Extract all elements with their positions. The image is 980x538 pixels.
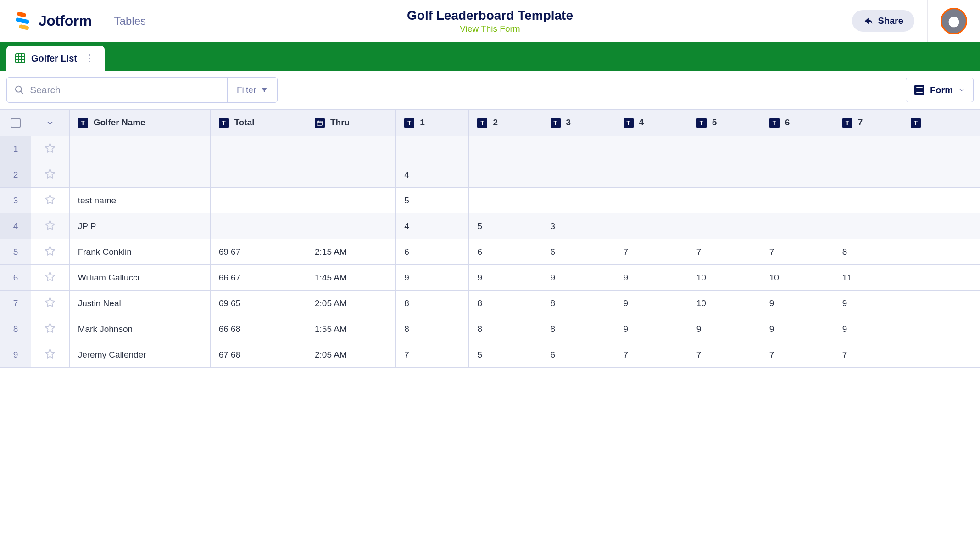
- cell-thru[interactable]: 2:05 AM: [306, 342, 395, 368]
- cell-hole-7[interactable]: 7: [834, 342, 907, 368]
- section-label[interactable]: Tables: [114, 15, 146, 28]
- cell-hole-5[interactable]: 7: [688, 239, 761, 265]
- header-hole-4[interactable]: T4: [615, 110, 688, 136]
- cell-hole-3[interactable]: 8: [542, 316, 615, 342]
- cell-hole-1[interactable]: 8: [396, 316, 469, 342]
- cell-hole-1[interactable]: 6: [396, 239, 469, 265]
- cell-hole-1[interactable]: 4: [396, 213, 469, 239]
- cell-total[interactable]: [210, 188, 306, 213]
- data-table-wrap[interactable]: TGolfer Name TTotal Thru T1 T2 T3 T4 T5 …: [0, 109, 980, 368]
- cell-hole-6[interactable]: 7: [761, 342, 834, 368]
- cell-hole-4[interactable]: 9: [615, 291, 688, 316]
- cell-hole-7[interactable]: [834, 213, 907, 239]
- cell-hole-4[interactable]: [615, 162, 688, 188]
- cell-total[interactable]: 66 68: [210, 316, 306, 342]
- cell-hole-3[interactable]: [542, 136, 615, 162]
- cell-total[interactable]: [210, 213, 306, 239]
- filter-button[interactable]: Filter: [227, 78, 277, 102]
- cell-hole-next[interactable]: [907, 213, 980, 239]
- cell-hole-4[interactable]: 7: [615, 239, 688, 265]
- cell-hole-7[interactable]: [834, 188, 907, 213]
- cell-hole-4[interactable]: [615, 136, 688, 162]
- header-thru[interactable]: Thru: [306, 110, 395, 136]
- table-row[interactable]: 4JP P453: [0, 213, 980, 239]
- star-icon[interactable]: [45, 142, 56, 153]
- table-row[interactable]: 1: [0, 136, 980, 162]
- star-icon[interactable]: [45, 168, 56, 179]
- cell-hole-next[interactable]: [907, 265, 980, 291]
- cell-hole-next[interactable]: [907, 316, 980, 342]
- star-icon[interactable]: [45, 245, 56, 256]
- cell-hole-2[interactable]: 9: [469, 265, 542, 291]
- cell-hole-7[interactable]: 11: [834, 265, 907, 291]
- star-icon[interactable]: [45, 348, 56, 359]
- cell-hole-1[interactable]: 4: [396, 162, 469, 188]
- search-input[interactable]: [30, 84, 220, 95]
- cell-hole-1[interactable]: [396, 136, 469, 162]
- cell-golfer-name[interactable]: JP P: [69, 213, 210, 239]
- cell-thru[interactable]: 2:15 AM: [306, 239, 395, 265]
- star-icon[interactable]: [45, 194, 56, 205]
- cell-golfer-name[interactable]: test name: [69, 188, 210, 213]
- header-hole-5[interactable]: T5: [688, 110, 761, 136]
- search-box[interactable]: [7, 78, 227, 102]
- cell-hole-2[interactable]: 5: [469, 342, 542, 368]
- table-row[interactable]: 7Justin Neal69 652:05 AM88891099: [0, 291, 980, 316]
- cell-golfer-name[interactable]: William Gallucci: [69, 265, 210, 291]
- star-icon[interactable]: [45, 322, 56, 333]
- cell-hole-6[interactable]: [761, 188, 834, 213]
- header-hole-1[interactable]: T1: [396, 110, 469, 136]
- cell-hole-7[interactable]: 9: [834, 291, 907, 316]
- cell-hole-5[interactable]: 9: [688, 316, 761, 342]
- cell-thru[interactable]: 1:45 AM: [306, 265, 395, 291]
- table-row[interactable]: 24: [0, 162, 980, 188]
- cell-hole-6[interactable]: [761, 213, 834, 239]
- header-hole-6[interactable]: T6: [761, 110, 834, 136]
- cell-hole-2[interactable]: 8: [469, 291, 542, 316]
- cell-hole-5[interactable]: [688, 213, 761, 239]
- cell-total[interactable]: 66 67: [210, 265, 306, 291]
- cell-hole-6[interactable]: 10: [761, 265, 834, 291]
- cell-hole-next[interactable]: [907, 188, 980, 213]
- share-button[interactable]: Share: [852, 10, 914, 32]
- select-all-checkbox[interactable]: [11, 118, 21, 128]
- chevron-down-icon[interactable]: [46, 119, 54, 127]
- cell-thru[interactable]: [306, 162, 395, 188]
- form-view-button[interactable]: Form: [906, 78, 974, 102]
- table-row[interactable]: 5Frank Conklin69 672:15 AM6667778: [0, 239, 980, 265]
- cell-hole-1[interactable]: 5: [396, 188, 469, 213]
- cell-hole-6[interactable]: 9: [761, 291, 834, 316]
- cell-golfer-name[interactable]: [69, 136, 210, 162]
- cell-hole-2[interactable]: 6: [469, 239, 542, 265]
- cell-golfer-name[interactable]: Mark Johnson: [69, 316, 210, 342]
- header-hole-2[interactable]: T2: [469, 110, 542, 136]
- cell-hole-1[interactable]: 9: [396, 265, 469, 291]
- table-row[interactable]: 8Mark Johnson66 681:55 AM8889999: [0, 316, 980, 342]
- brand-logo[interactable]: Jotform: [13, 11, 92, 31]
- cell-hole-5[interactable]: [688, 162, 761, 188]
- cell-hole-1[interactable]: 8: [396, 291, 469, 316]
- cell-hole-next[interactable]: [907, 136, 980, 162]
- cell-hole-3[interactable]: 8: [542, 291, 615, 316]
- cell-hole-7[interactable]: 9: [834, 316, 907, 342]
- header-hole-7[interactable]: T7: [834, 110, 907, 136]
- cell-hole-4[interactable]: 7: [615, 342, 688, 368]
- cell-hole-2[interactable]: [469, 162, 542, 188]
- cell-hole-2[interactable]: 8: [469, 316, 542, 342]
- cell-golfer-name[interactable]: Jeremy Callender: [69, 342, 210, 368]
- header-golfer-name[interactable]: TGolfer Name: [69, 110, 210, 136]
- cell-hole-2[interactable]: [469, 136, 542, 162]
- table-row[interactable]: 3test name5: [0, 188, 980, 213]
- user-avatar[interactable]: [941, 8, 967, 34]
- cell-hole-4[interactable]: [615, 188, 688, 213]
- cell-hole-4[interactable]: 9: [615, 316, 688, 342]
- cell-thru[interactable]: 1:55 AM: [306, 316, 395, 342]
- header-total[interactable]: TTotal: [210, 110, 306, 136]
- cell-hole-2[interactable]: [469, 188, 542, 213]
- cell-hole-6[interactable]: 9: [761, 316, 834, 342]
- cell-total[interactable]: 67 68: [210, 342, 306, 368]
- cell-hole-5[interactable]: 7: [688, 342, 761, 368]
- cell-total[interactable]: [210, 136, 306, 162]
- cell-hole-next[interactable]: [907, 342, 980, 368]
- cell-hole-7[interactable]: [834, 162, 907, 188]
